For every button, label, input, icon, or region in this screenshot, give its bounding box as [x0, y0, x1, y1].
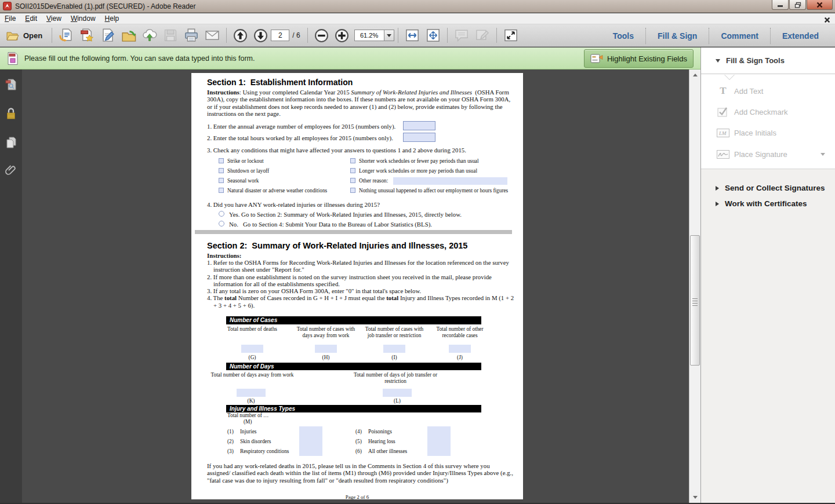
- checkbox-shutdown-or-layoff[interactable]: [219, 168, 224, 173]
- tab-extended[interactable]: Extended: [771, 31, 830, 41]
- scroll-up-button[interactable]: [690, 70, 700, 80]
- fit-page-button[interactable]: [423, 27, 444, 44]
- print-button[interactable]: [181, 27, 202, 44]
- zoom-out-button[interactable]: [311, 27, 332, 44]
- attachments-panel-button[interactable]: [4, 165, 18, 178]
- tool-label: Add Checkmark: [734, 108, 787, 116]
- fit-width-button[interactable]: [402, 27, 423, 44]
- tab-tools[interactable]: Tools: [601, 31, 645, 41]
- add-checkmark-button[interactable]: Add Checkmark: [701, 103, 835, 121]
- page-number-input[interactable]: 2: [271, 30, 289, 41]
- checkbox-nothing-unusual[interactable]: [350, 188, 355, 193]
- place-initials-button[interactable]: LM Place Initials: [701, 123, 835, 142]
- tab-fill-sign[interactable]: Fill & Sign: [646, 31, 709, 41]
- zoom-caret-icon[interactable]: [384, 30, 394, 41]
- scrollbar-thumb[interactable]: [690, 235, 700, 366]
- close-button[interactable]: [807, 0, 833, 10]
- hearing-loss-field[interactable]: [427, 436, 451, 446]
- other-recordable-cases-field[interactable]: [449, 345, 471, 353]
- previous-page-button[interactable]: [230, 27, 251, 44]
- fill-sign-tools-header[interactable]: Fill & Sign Tools: [701, 48, 835, 74]
- menu-help[interactable]: Help: [100, 13, 124, 24]
- section2-instructions-label: Instructions:: [207, 252, 241, 259]
- restore-button[interactable]: [789, 0, 806, 10]
- column-letter: (K): [239, 398, 263, 404]
- open-folder-icon: [6, 30, 20, 41]
- respiratory-conditions-field[interactable]: [299, 446, 322, 456]
- zoom-level-value[interactable]: 61.2%: [354, 30, 384, 41]
- next-page-button[interactable]: [251, 27, 271, 44]
- number-of-cases-bar: Number of Cases: [226, 316, 481, 324]
- days-away-field[interactable]: [237, 389, 266, 397]
- send-or-collect-signatures-section[interactable]: Send or Collect Signatures: [701, 180, 835, 196]
- skin-disorders-field[interactable]: [299, 436, 322, 446]
- signature-dropdown-caret-icon[interactable]: [821, 153, 825, 156]
- menu-file[interactable]: File: [0, 13, 20, 24]
- checkbox-natural-disaster[interactable]: [219, 188, 224, 193]
- zoom-in-button[interactable]: [332, 27, 352, 44]
- checkbox-strike-or-lockout[interactable]: [219, 158, 224, 163]
- checkbox-seasonal-work[interactable]: [219, 178, 224, 183]
- cases-header: Total number of deaths: [220, 326, 285, 333]
- radio-yes[interactable]: [219, 211, 224, 217]
- zoom-level-dropdown[interactable]: 61.2%: [354, 30, 394, 41]
- work-with-certificates-section[interactable]: Work with Certificates: [701, 196, 835, 211]
- open-button[interactable]: Open: [0, 27, 48, 44]
- comment-bubble-button[interactable]: [451, 27, 472, 44]
- menu-edit[interactable]: Edit: [20, 13, 42, 24]
- poisonings-field[interactable]: [427, 426, 451, 436]
- checkbox-longer-schedules[interactable]: [350, 168, 355, 173]
- radio-no[interactable]: [219, 221, 224, 227]
- column-letter: (I): [383, 355, 406, 361]
- days-away-cases-field[interactable]: [315, 345, 337, 353]
- pages-panel-button[interactable]: [4, 136, 18, 149]
- panel-header-label: Fill & Sign Tools: [726, 56, 785, 65]
- create-pdf-button[interactable]: [77, 27, 97, 44]
- convert-document-icon: [59, 28, 74, 43]
- convert-document-button[interactable]: [56, 27, 77, 44]
- section-divider: [195, 230, 512, 234]
- save-button[interactable]: [160, 27, 181, 44]
- checkbox-label: Seasonal work: [227, 178, 259, 184]
- fullscreen-icon: [503, 28, 518, 43]
- column-letter: (L): [386, 398, 409, 404]
- page-preview-panel-button[interactable]: [4, 78, 18, 92]
- days-transfer-field[interactable]: [383, 389, 412, 397]
- panel-notch: [724, 74, 735, 79]
- tab-comment[interactable]: Comment: [709, 31, 770, 41]
- share-folder-button[interactable]: [118, 27, 139, 44]
- navigation-pane-strip: [0, 70, 22, 503]
- scroll-down-button[interactable]: [690, 492, 700, 502]
- section1-title: Section 1: Establishment Information: [207, 78, 353, 87]
- attachment-clip-icon: [5, 165, 17, 178]
- highlight-fields-icon: [590, 53, 603, 64]
- injuries-field[interactable]: [299, 426, 322, 436]
- security-panel-button[interactable]: [4, 107, 18, 120]
- total-deaths-field[interactable]: [241, 345, 263, 353]
- menu-window[interactable]: Window: [66, 13, 100, 24]
- checkbox-label: Shutdown or layoff: [227, 168, 269, 174]
- minimize-button[interactable]: [772, 0, 789, 10]
- menu-bar: File Edit View Window Help: [0, 13, 835, 24]
- checkbox-other-reason[interactable]: [350, 178, 355, 183]
- annotate-button[interactable]: [472, 27, 493, 44]
- other-reason-field[interactable]: [393, 177, 507, 185]
- employees-number-field[interactable]: [403, 121, 435, 130]
- cloud-upload-button[interactable]: [139, 27, 160, 44]
- security-lock-icon: [5, 107, 17, 120]
- checkbox-shorter-schedules[interactable]: [350, 158, 355, 163]
- place-signature-button[interactable]: Place Signature: [701, 145, 835, 163]
- highlight-existing-fields-button[interactable]: Highlight Existing Fields: [584, 49, 694, 68]
- menu-view[interactable]: View: [42, 13, 66, 24]
- total-hours-field[interactable]: [403, 133, 435, 142]
- section1-instructions: Instructions: Using your completed Calen…: [207, 89, 511, 117]
- email-button[interactable]: [202, 27, 223, 44]
- deaths-comment-note: If you had any work-related deaths in 20…: [207, 462, 513, 484]
- vertical-scrollbar[interactable]: [689, 70, 700, 503]
- all-other-illnesses-field[interactable]: [427, 446, 451, 456]
- sign-document-button[interactable]: [97, 27, 118, 44]
- fullscreen-button[interactable]: [500, 27, 521, 44]
- type-label: Poisonings: [368, 429, 392, 435]
- add-text-button[interactable]: T Add Text: [701, 82, 835, 100]
- job-transfer-cases-field[interactable]: [383, 345, 405, 353]
